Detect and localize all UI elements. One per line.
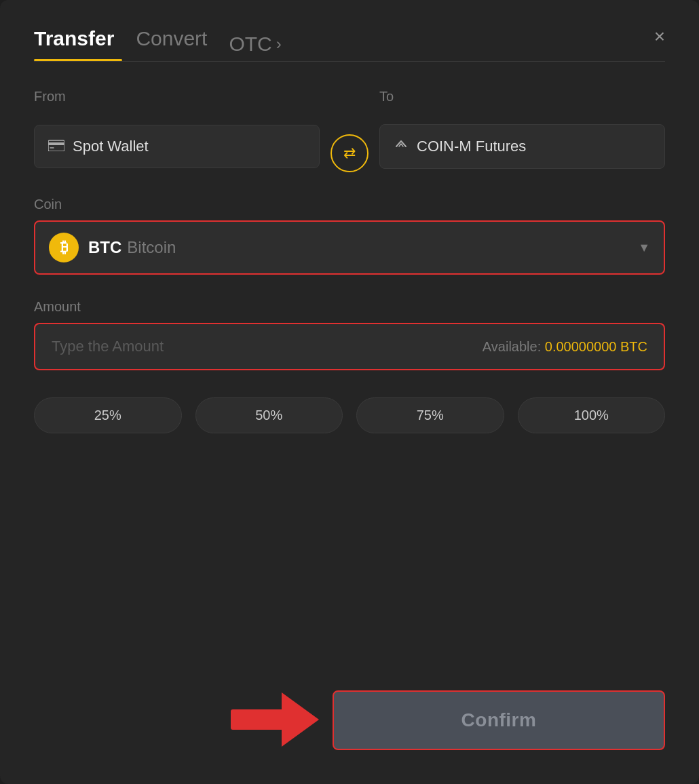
- bottom-row: Confirm: [34, 690, 665, 750]
- available-balance: Available: 0.00000000 BTC: [483, 339, 647, 355]
- coin-ticker: BTC: [88, 238, 121, 257]
- coin-name: Bitcoin: [127, 238, 176, 257]
- svg-marker-4: [282, 692, 319, 747]
- coin-dropdown-arrow-icon: ▼: [638, 241, 650, 255]
- pct-50-button[interactable]: 50%: [195, 397, 343, 433]
- to-wallet-selector[interactable]: COIN-M Futures: [379, 124, 665, 169]
- swap-arrows-icon: ⇄: [343, 144, 356, 162]
- swap-button[interactable]: ⇄: [330, 134, 369, 172]
- amount-box: Type the Amount Available: 0.00000000 BT…: [34, 323, 665, 370]
- red-arrow-icon: [231, 689, 319, 750]
- futures-arrow-icon: [394, 137, 409, 156]
- amount-section: Amount Type the Amount Available: 0.0000…: [34, 299, 665, 370]
- amount-placeholder: Type the Amount: [52, 338, 164, 355]
- percentage-row: 25% 50% 75% 100%: [34, 397, 665, 433]
- wallet-card-icon: [48, 138, 64, 155]
- coin-selector[interactable]: ₿ BTC Bitcoin ▼: [34, 220, 665, 275]
- btc-icon: ₿: [49, 233, 79, 262]
- pct-75-button[interactable]: 75%: [356, 397, 504, 433]
- from-to-section: From To Spot Wallet ⇄: [34, 89, 665, 172]
- to-label: To: [379, 89, 665, 104]
- svg-rect-0: [48, 140, 64, 151]
- active-tab-indicator: [34, 59, 122, 61]
- tab-otc[interactable]: OTC ›: [229, 33, 281, 56]
- header-divider: [34, 61, 665, 62]
- confirm-button[interactable]: Confirm: [333, 690, 665, 750]
- from-label: From: [34, 89, 320, 104]
- pct-25-button[interactable]: 25%: [34, 397, 182, 433]
- transfer-modal: Transfer Convert OTC › × From To: [0, 0, 699, 784]
- tab-transfer[interactable]: Transfer: [34, 27, 114, 61]
- amount-label: Amount: [34, 299, 665, 315]
- coin-label: Coin: [34, 197, 665, 212]
- svg-rect-3: [231, 709, 285, 730]
- otc-chevron-icon: ›: [276, 35, 282, 54]
- pct-100-button[interactable]: 100%: [518, 397, 666, 433]
- close-button[interactable]: ×: [654, 27, 665, 46]
- coin-section: Coin ₿ BTC Bitcoin ▼: [34, 197, 665, 275]
- from-wallet-name: Spot Wallet: [73, 138, 149, 155]
- arrow-indicator: [231, 689, 319, 750]
- from-to-labels: From To: [34, 89, 665, 113]
- available-value: 0.00000000 BTC: [545, 339, 647, 354]
- modal-header: Transfer Convert OTC › ×: [34, 27, 665, 61]
- from-wallet-selector[interactable]: Spot Wallet: [34, 125, 320, 168]
- svg-rect-1: [48, 142, 64, 145]
- to-wallet-name: COIN-M Futures: [417, 138, 526, 155]
- tab-convert[interactable]: Convert: [136, 27, 207, 61]
- from-to-row: Spot Wallet ⇄ COIN-M Futures: [34, 121, 665, 172]
